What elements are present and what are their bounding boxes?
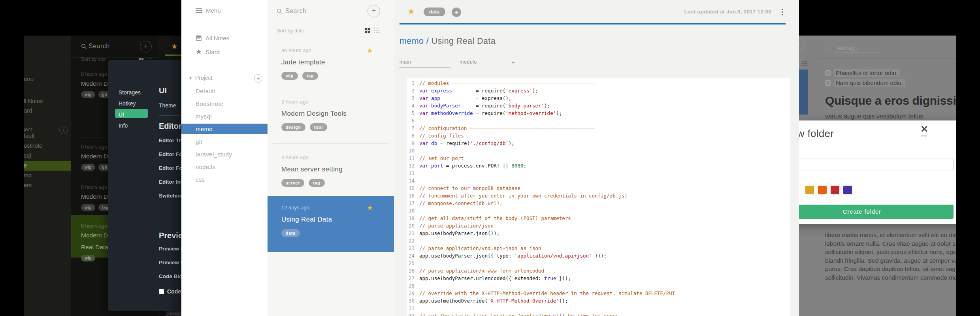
note-title: Modern Design Tools [281, 110, 394, 118]
tag-badge[interactable]: design [281, 123, 305, 131]
star-icon[interactable]: ★ [171, 42, 178, 51]
note-card[interactable]: 2 hours agoModern Design Toolsdesigntool [268, 99, 394, 131]
tag-badge[interactable]: data [281, 229, 300, 237]
settings-nav-item-hotkey[interactable]: Hotkey [108, 98, 153, 109]
tab-main[interactable]: main [400, 59, 411, 65]
settings-item[interactable]: Switching [159, 193, 181, 207]
sidebar-folder-Boostnote[interactable]: Boostnote [181, 98, 268, 110]
sidebar-folder-nodeJs[interactable]: nodeJs [181, 161, 268, 173]
settings-nav-item-storages[interactable]: Storages [108, 87, 153, 98]
line-number: 4 [407, 102, 417, 109]
add-tag-button[interactable]: + [452, 8, 461, 17]
grid-view-icon[interactable] [364, 28, 370, 34]
tag-badge[interactable]: wip [81, 255, 95, 261]
sidebar-folder-laravel_study[interactable]: laravel_study [181, 148, 268, 161]
sidebar-item-all-notes[interactable]: All Notes [196, 35, 229, 41]
dark-folder-item[interactable]: fault [24, 131, 71, 141]
code-token: // set the static files location /public… [419, 313, 618, 316]
sort-label[interactable]: Sort by date [277, 28, 304, 34]
settings-item[interactable]: Editor Th [159, 137, 181, 151]
star-icon[interactable]: ★ [367, 46, 373, 55]
dialog-close-button[interactable]: ✕ esc [920, 124, 928, 138]
settings-nav-item-info[interactable]: Info [108, 120, 153, 131]
star-icon[interactable]: ★ [367, 203, 373, 212]
dark-folder-item[interactable]: sql [24, 151, 71, 161]
tag-badge[interactable]: wip [81, 91, 95, 98]
code-token: port [431, 163, 443, 169]
settings-item[interactable]: Editor Ind [159, 179, 181, 193]
list-view-icon[interactable] [374, 28, 380, 34]
line-number: 6 [407, 117, 417, 124]
tag-badge[interactable]: wip [81, 164, 95, 171]
settings-item[interactable]: Preview F [159, 260, 181, 273]
folder-color-swatch[interactable] [831, 186, 839, 194]
dark-menu-label[interactable]: enu [24, 75, 34, 82]
project-section-header[interactable]: ▼ Project [188, 75, 212, 81]
note-paragraph: libero mattis metus, id elementum velit … [825, 231, 956, 282]
new-note-button[interactable]: + [368, 5, 380, 17]
tag-badge[interactable]: data [424, 8, 445, 16]
settings-theme-label[interactable]: Theme [159, 102, 176, 109]
note-card[interactable]: an hours ago★Jade templatewiptag [268, 47, 394, 80]
note-card[interactable]: 12 days ago★Using Real Datadata [268, 196, 394, 252]
folder-name-input[interactable] [799, 158, 954, 171]
settings-item[interactable]: Editor Fo [159, 165, 181, 179]
note-card[interactable]: 3 hours agoMean server settingservertag [268, 154, 394, 187]
todo-item: Phasellus id tortor odio. [825, 69, 900, 77]
line-number: 14 [407, 177, 417, 184]
checkbox-icon[interactable] [159, 289, 164, 294]
line-number: 18 [407, 207, 417, 214]
star-outline-icon: ☆ [824, 43, 831, 53]
dark-folder-item[interactable]: mo [24, 171, 71, 181]
line-number: 22 [407, 237, 417, 245]
menu-button[interactable]: Menu [196, 7, 221, 14]
dark-folder-item[interactable]: e [24, 161, 71, 171]
breadcrumb-folder[interactable]: memo [400, 36, 424, 46]
add-folder-button[interactable]: + [254, 74, 262, 83]
code-editor[interactable]: 1// modules ============================… [407, 78, 790, 316]
tag-badge[interactable]: tag [302, 72, 318, 80]
tag-badge[interactable]: tag [309, 179, 324, 187]
settings-code-checkbox-row[interactable]: Code E [159, 288, 181, 295]
sidebar-folder-css[interactable]: css [181, 173, 268, 186]
code-line: 29// override with the X-HTTP-Method-Ove… [407, 290, 790, 297]
star-icon[interactable]: ★ [407, 7, 415, 16]
folder-color-swatch[interactable] [843, 186, 852, 194]
dark-folder-item[interactable]: ostnote [24, 141, 71, 151]
sidebar-folder-mysql[interactable]: mysql [181, 110, 268, 123]
tag-badge[interactable]: server [281, 179, 304, 187]
search-input[interactable]: Search [285, 8, 307, 15]
settings-item[interactable]: Preview F [159, 246, 181, 260]
tab-module[interactable]: module [460, 59, 477, 65]
code-token [428, 140, 432, 146]
add-tab-button[interactable]: + [511, 58, 515, 65]
line-content: // parse application/vnd.api+json as jso… [417, 245, 541, 252]
sidebar-folder-Default[interactable]: Default [181, 85, 268, 98]
settings-nav-item-ui[interactable]: UI [115, 109, 148, 118]
code-line: 4var bodyParser = require('body-parser')… [407, 102, 790, 109]
settings-item[interactable]: Editor Fo [159, 151, 181, 165]
tag-badge[interactable]: wip [81, 204, 95, 211]
kebab-menu-icon[interactable] [781, 8, 783, 16]
line-content: var port = process.env.PORT || 8080; [417, 162, 526, 169]
code-token: 'express' [505, 88, 532, 94]
code-line: 28 [407, 282, 790, 290]
clipped-text-line: varius augue quis vestibulum tellus [825, 113, 923, 120]
folder-color-swatch[interactable] [818, 186, 827, 194]
tag-badge[interactable]: wip [281, 72, 298, 80]
tag-badge[interactable]: tool [310, 123, 327, 131]
sidebar-folder-memo[interactable]: memo [181, 124, 268, 134]
folder-color-swatch[interactable] [805, 186, 814, 194]
settings-item[interactable]: Code Blo [159, 273, 181, 287]
sidebar-item-starred[interactable]: ★ Stard [196, 48, 220, 55]
create-folder-button[interactable]: Create folder [799, 205, 954, 219]
code-token: // mongoose.connect(db.url); [419, 200, 503, 206]
dark-sidebar-item-all-notes[interactable]: ll Notes [24, 98, 43, 104]
line-content [417, 117, 422, 124]
dark-sidebar-item-starred[interactable]: ard [24, 107, 32, 114]
list-view-icon [801, 60, 808, 67]
line-number: 32 [407, 312, 417, 316]
line-number: 19 [407, 214, 417, 222]
sidebar-folder-git[interactable]: git [181, 135, 268, 148]
dark-folder-item[interactable]: ers [24, 181, 71, 190]
